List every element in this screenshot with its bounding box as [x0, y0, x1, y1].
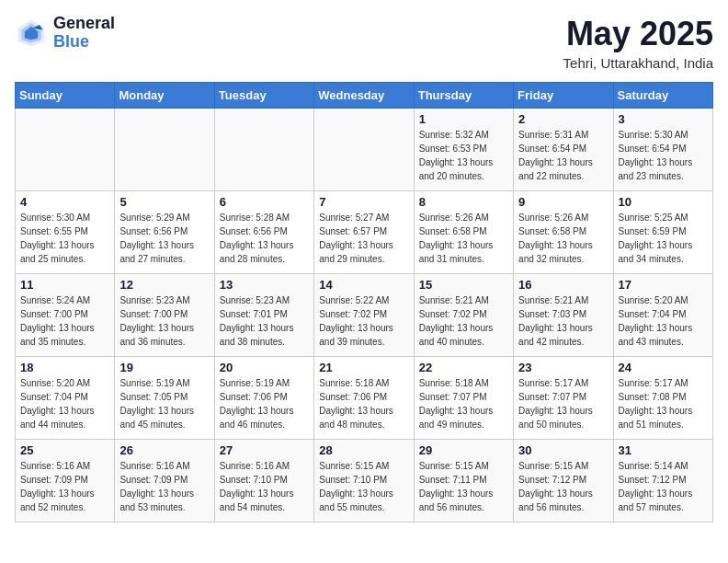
- calendar-cell: [314, 109, 414, 191]
- weekday-header: Sunday: [16, 83, 115, 109]
- day-number: 27: [220, 443, 309, 457]
- weekday-header: Thursday: [414, 83, 513, 109]
- day-info: Sunrise: 5:26 AM Sunset: 6:58 PM Dayligh…: [518, 211, 608, 266]
- day-number: 9: [518, 195, 608, 209]
- calendar-cell: 25Sunrise: 5:16 AM Sunset: 7:09 PM Dayli…: [16, 440, 115, 523]
- calendar-cell: 7Sunrise: 5:27 AM Sunset: 6:57 PM Daylig…: [314, 191, 414, 274]
- day-info: Sunrise: 5:30 AM Sunset: 6:55 PM Dayligh…: [20, 211, 109, 266]
- weekday-header: Wednesday: [314, 83, 414, 109]
- day-info: Sunrise: 5:29 AM Sunset: 6:56 PM Dayligh…: [119, 211, 209, 266]
- calendar-cell: 9Sunrise: 5:26 AM Sunset: 6:58 PM Daylig…: [514, 191, 613, 274]
- calendar-cell: 17Sunrise: 5:20 AM Sunset: 7:04 PM Dayli…: [613, 274, 712, 357]
- day-number: 25: [20, 443, 109, 457]
- day-info: Sunrise: 5:31 AM Sunset: 6:54 PM Dayligh…: [518, 128, 608, 183]
- logo-icon: [15, 17, 48, 50]
- calendar-cell: 22Sunrise: 5:18 AM Sunset: 7:07 PM Dayli…: [414, 357, 513, 440]
- day-info: Sunrise: 5:26 AM Sunset: 6:58 PM Dayligh…: [419, 211, 508, 266]
- title-section: May 2025 Tehri, Uttarakhand, India: [563, 15, 713, 71]
- calendar-cell: 11Sunrise: 5:24 AM Sunset: 7:00 PM Dayli…: [16, 274, 115, 357]
- calendar-week-row: 11Sunrise: 5:24 AM Sunset: 7:00 PM Dayli…: [16, 274, 713, 357]
- day-number: 31: [619, 443, 708, 457]
- day-number: 17: [619, 278, 708, 292]
- day-number: 4: [20, 195, 109, 209]
- day-info: Sunrise: 5:16 AM Sunset: 7:10 PM Dayligh…: [220, 459, 309, 514]
- calendar-cell: 5Sunrise: 5:29 AM Sunset: 6:56 PM Daylig…: [115, 191, 214, 274]
- day-info: Sunrise: 5:15 AM Sunset: 7:12 PM Dayligh…: [518, 459, 608, 514]
- day-info: Sunrise: 5:30 AM Sunset: 6:54 PM Dayligh…: [619, 128, 708, 183]
- day-number: 5: [119, 195, 209, 209]
- calendar-cell: 13Sunrise: 5:23 AM Sunset: 7:01 PM Dayli…: [214, 274, 313, 357]
- day-number: 22: [419, 361, 508, 374]
- calendar-cell: 8Sunrise: 5:26 AM Sunset: 6:58 PM Daylig…: [414, 191, 513, 274]
- day-number: 11: [20, 278, 109, 292]
- day-number: 16: [518, 278, 608, 292]
- calendar-cell: 26Sunrise: 5:16 AM Sunset: 7:09 PM Dayli…: [115, 440, 214, 523]
- day-number: 7: [319, 195, 408, 209]
- day-info: Sunrise: 5:16 AM Sunset: 7:09 PM Dayligh…: [119, 459, 209, 514]
- day-number: 3: [619, 112, 708, 126]
- calendar-cell: 29Sunrise: 5:15 AM Sunset: 7:11 PM Dayli…: [414, 440, 513, 523]
- calendar-cell: [214, 109, 313, 191]
- day-number: 21: [319, 361, 408, 374]
- logo-text: General Blue: [53, 15, 115, 52]
- day-number: 14: [319, 278, 408, 292]
- day-number: 8: [419, 195, 508, 209]
- calendar-week-row: 25Sunrise: 5:16 AM Sunset: 7:09 PM Dayli…: [16, 440, 713, 523]
- calendar-cell: 12Sunrise: 5:23 AM Sunset: 7:00 PM Dayli…: [115, 274, 214, 357]
- calendar-cell: 6Sunrise: 5:28 AM Sunset: 6:56 PM Daylig…: [214, 191, 313, 274]
- logo-general: General: [53, 15, 115, 33]
- day-number: 12: [119, 278, 209, 292]
- day-info: Sunrise: 5:21 AM Sunset: 7:03 PM Dayligh…: [518, 293, 608, 349]
- page-header: General Blue May 2025 Tehri, Uttarakhand…: [15, 15, 713, 71]
- day-info: Sunrise: 5:18 AM Sunset: 7:06 PM Dayligh…: [319, 376, 408, 431]
- weekday-header: Saturday: [613, 83, 712, 109]
- calendar-cell: 18Sunrise: 5:20 AM Sunset: 7:04 PM Dayli…: [16, 357, 115, 440]
- calendar-cell: 4Sunrise: 5:30 AM Sunset: 6:55 PM Daylig…: [16, 191, 115, 274]
- day-number: 6: [220, 195, 309, 209]
- calendar-cell: 23Sunrise: 5:17 AM Sunset: 7:07 PM Dayli…: [514, 357, 613, 440]
- day-info: Sunrise: 5:19 AM Sunset: 7:06 PM Dayligh…: [220, 376, 309, 431]
- day-number: 19: [119, 361, 209, 374]
- calendar-cell: 21Sunrise: 5:18 AM Sunset: 7:06 PM Dayli…: [314, 357, 414, 440]
- calendar-cell: 24Sunrise: 5:17 AM Sunset: 7:08 PM Dayli…: [613, 357, 712, 440]
- day-info: Sunrise: 5:15 AM Sunset: 7:11 PM Dayligh…: [419, 459, 508, 514]
- day-number: 18: [20, 361, 109, 374]
- calendar-cell: 28Sunrise: 5:15 AM Sunset: 7:10 PM Dayli…: [314, 440, 414, 523]
- day-info: Sunrise: 5:19 AM Sunset: 7:05 PM Dayligh…: [119, 376, 209, 431]
- calendar-table: SundayMondayTuesdayWednesdayThursdayFrid…: [15, 82, 713, 523]
- calendar-cell: 3Sunrise: 5:30 AM Sunset: 6:54 PM Daylig…: [613, 109, 712, 191]
- calendar-cell: 14Sunrise: 5:22 AM Sunset: 7:02 PM Dayli…: [314, 274, 414, 357]
- calendar-week-row: 1Sunrise: 5:32 AM Sunset: 6:53 PM Daylig…: [16, 109, 713, 191]
- logo-blue: Blue: [53, 33, 115, 52]
- calendar-week-row: 18Sunrise: 5:20 AM Sunset: 7:04 PM Dayli…: [16, 357, 713, 440]
- day-info: Sunrise: 5:20 AM Sunset: 7:04 PM Dayligh…: [619, 293, 708, 349]
- calendar-cell: [16, 109, 115, 191]
- calendar-cell: 10Sunrise: 5:25 AM Sunset: 6:59 PM Dayli…: [613, 191, 712, 274]
- day-number: 1: [419, 112, 508, 126]
- day-number: 26: [119, 443, 209, 457]
- day-info: Sunrise: 5:22 AM Sunset: 7:02 PM Dayligh…: [319, 293, 408, 349]
- day-info: Sunrise: 5:14 AM Sunset: 7:12 PM Dayligh…: [619, 459, 708, 514]
- day-info: Sunrise: 5:15 AM Sunset: 7:10 PM Dayligh…: [319, 459, 408, 514]
- calendar-cell: 1Sunrise: 5:32 AM Sunset: 6:53 PM Daylig…: [414, 109, 513, 191]
- day-number: 2: [518, 112, 608, 126]
- day-info: Sunrise: 5:27 AM Sunset: 6:57 PM Dayligh…: [319, 211, 408, 266]
- day-info: Sunrise: 5:24 AM Sunset: 7:00 PM Dayligh…: [20, 293, 109, 349]
- day-number: 24: [619, 361, 708, 374]
- calendar-cell: [115, 109, 214, 191]
- day-number: 15: [419, 278, 508, 292]
- day-info: Sunrise: 5:28 AM Sunset: 6:56 PM Dayligh…: [220, 211, 309, 266]
- calendar-cell: 16Sunrise: 5:21 AM Sunset: 7:03 PM Dayli…: [514, 274, 613, 357]
- weekday-header: Tuesday: [214, 83, 313, 109]
- day-info: Sunrise: 5:21 AM Sunset: 7:02 PM Dayligh…: [419, 293, 508, 349]
- day-info: Sunrise: 5:17 AM Sunset: 7:07 PM Dayligh…: [518, 376, 608, 431]
- calendar-cell: 15Sunrise: 5:21 AM Sunset: 7:02 PM Dayli…: [414, 274, 513, 357]
- calendar-cell: 19Sunrise: 5:19 AM Sunset: 7:05 PM Dayli…: [115, 357, 214, 440]
- calendar-cell: 31Sunrise: 5:14 AM Sunset: 7:12 PM Dayli…: [613, 440, 712, 523]
- day-info: Sunrise: 5:25 AM Sunset: 6:59 PM Dayligh…: [619, 211, 708, 266]
- calendar-cell: 2Sunrise: 5:31 AM Sunset: 6:54 PM Daylig…: [514, 109, 613, 191]
- day-number: 28: [319, 443, 408, 457]
- day-number: 13: [220, 278, 309, 292]
- weekday-header-row: SundayMondayTuesdayWednesdayThursdayFrid…: [16, 83, 713, 109]
- weekday-header: Friday: [514, 83, 613, 109]
